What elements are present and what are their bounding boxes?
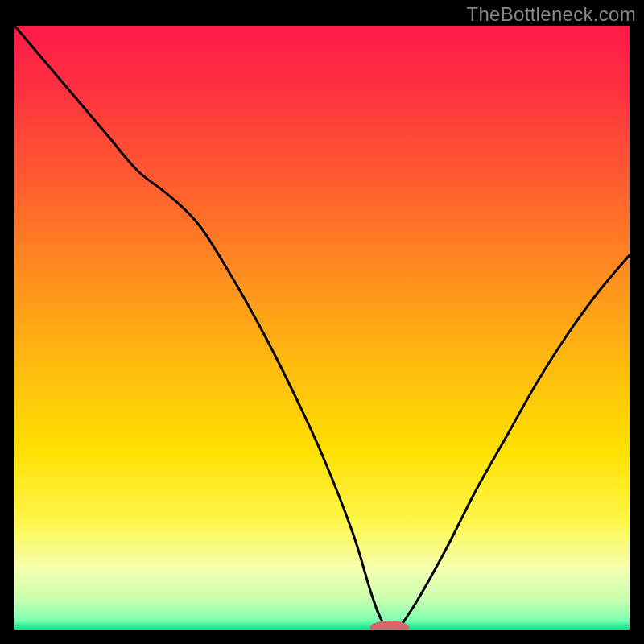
plot-area xyxy=(14,26,630,630)
chart-svg xyxy=(14,26,630,630)
watermark-text: TheBottleneck.com xyxy=(466,3,636,26)
chart-frame: TheBottleneck.com xyxy=(0,0,644,644)
gradient-background xyxy=(14,26,630,630)
